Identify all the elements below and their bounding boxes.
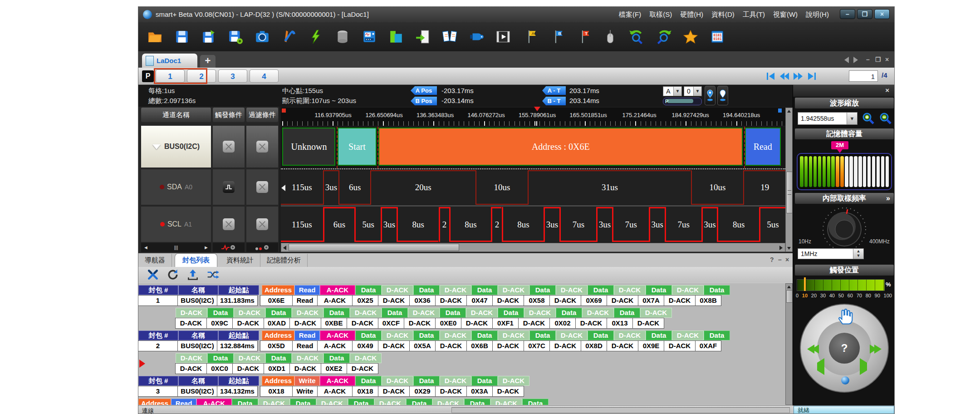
- exportup-button[interactable]: [186, 268, 199, 281]
- packet-cell[interactable]: 0X69: [581, 295, 607, 306]
- packet-cell[interactable]: D-ACK: [664, 295, 696, 306]
- collapse-arrow-icon[interactable]: [152, 144, 161, 149]
- video-button[interactable]: [495, 28, 512, 45]
- packet-row[interactable]: D-ACK0X9CD-ACK0XADD-ACK0XBED-ACK0XCFD-AC…: [176, 318, 664, 329]
- save-button[interactable]: [173, 28, 191, 45]
- packet-cell[interactable]: D-ACK: [492, 386, 524, 397]
- menu-item-3[interactable]: 資料(D): [708, 9, 738, 21]
- channel-sda[interactable]: SDA A0: [141, 169, 211, 205]
- packet-cell[interactable]: 0X7C: [524, 340, 550, 351]
- add-tab-button[interactable]: +: [200, 55, 216, 68]
- packet-cell[interactable]: D-ACK: [175, 318, 207, 329]
- panel-close-icon[interactable]: ×: [785, 256, 789, 263]
- spinner-icon[interactable]: ▲▼: [853, 249, 863, 259]
- packet-cell[interactable]: D-ACK: [404, 318, 436, 329]
- packet-cell[interactable]: 2: [138, 340, 178, 351]
- navigation-dial[interactable]: ?: [800, 304, 889, 393]
- packet-cell[interactable]: 1: [138, 295, 178, 306]
- packet-cell[interactable]: D-ACK: [435, 295, 467, 306]
- packet-cell[interactable]: D-ACK: [461, 318, 493, 329]
- menu-item-4[interactable]: 工具(T): [740, 9, 768, 21]
- layout-button[interactable]: [387, 28, 405, 45]
- packet-row[interactable]: 2BUS0(I2C)132.884ms0X5DReadA-ACK0X49D-AC…: [138, 340, 721, 351]
- tab-ladoc1[interactable]: LaDoc1: [142, 54, 197, 68]
- zoomback-button[interactable]: [628, 28, 646, 45]
- page-button-4[interactable]: 4: [250, 69, 279, 83]
- nav-back-button[interactable]: [817, 363, 824, 371]
- sample-rate-combo[interactable]: 1MHz ▲▼: [798, 248, 864, 259]
- bus0-trigger-cell[interactable]: [213, 126, 245, 168]
- tab-0[interactable]: 導航器: [138, 254, 172, 267]
- scroll-grip-icon[interactable]: |||: [174, 245, 178, 250]
- memory-gauge[interactable]: [797, 153, 892, 190]
- packet-cell[interactable]: 0XE2: [321, 363, 347, 374]
- menu-item-2[interactable]: 硬體(H): [677, 9, 706, 21]
- nav-left-button[interactable]: [807, 345, 819, 354]
- packet-row[interactable]: 3BUS0(I2C)134.132ms0X18WriteA-ACK0X18D-A…: [138, 386, 524, 397]
- marker-pin-b-button[interactable]: [717, 86, 728, 105]
- packet-cell[interactable]: 131.183ms: [217, 295, 258, 306]
- packet-cell[interactable]: D-ACK: [518, 318, 550, 329]
- packet-cell[interactable]: 0XBE: [321, 318, 347, 329]
- packet-cell[interactable]: 132.884ms: [217, 340, 258, 351]
- scroll-down-icon[interactable]: [787, 247, 791, 250]
- scroll-right-icon[interactable]: [779, 246, 783, 250]
- packet-row[interactable]: D-ACK0XC0D-ACK0XD1D-ACK0XE2D-ACK: [176, 363, 378, 374]
- inst-button[interactable]: [361, 28, 378, 45]
- packet-cell[interactable]: 0X6B: [466, 340, 493, 351]
- sda-waveform[interactable]: 115us3us6us20us10us31us10us19: [281, 170, 785, 205]
- doc-minimize-icon[interactable]: –: [866, 56, 870, 63]
- wave-v-scrollbar[interactable]: [785, 108, 793, 252]
- camera-button[interactable]: [254, 28, 271, 45]
- packet-cell[interactable]: D-ACK: [378, 340, 410, 351]
- sda-trigger-cell[interactable]: [213, 169, 245, 205]
- scl-waveform[interactable]: 115us6us5us3us8us28us28us3us7us3us7us3us…: [281, 207, 785, 242]
- packet-cell[interactable]: D-ACK: [175, 363, 207, 374]
- packet-cell[interactable]: D-ACK: [607, 295, 638, 306]
- menu-item-5[interactable]: 視窗(W): [770, 9, 801, 21]
- zoomfwd-button[interactable]: [655, 28, 672, 45]
- packet-cell[interactable]: 0X6E: [260, 295, 293, 306]
- trigger-marker-icon[interactable]: [534, 107, 540, 111]
- b-t-tag[interactable]: B - T: [542, 97, 566, 105]
- v-scroll-thumb[interactable]: [786, 172, 793, 213]
- packet-cell[interactable]: 0X58: [524, 295, 550, 306]
- packet-cell[interactable]: 0X02: [549, 318, 576, 329]
- channel-scl[interactable]: SCL A1: [141, 207, 211, 242]
- tools-button[interactable]: [280, 28, 298, 45]
- tab-3[interactable]: 記憶體分析: [260, 254, 308, 267]
- scroll-up-icon[interactable]: [787, 110, 791, 113]
- packet-cell[interactable]: 0X18: [260, 386, 293, 397]
- hand-cursor-icon[interactable]: [837, 307, 853, 325]
- channel-bus0[interactable]: BUS0(I2C): [141, 126, 211, 168]
- tab-2[interactable]: 資料統計: [220, 254, 260, 267]
- packet-cell[interactable]: D-ACK: [289, 318, 321, 329]
- scroll-left-icon[interactable]: [283, 246, 286, 250]
- table-v-scrollbar[interactable]: [785, 283, 793, 405]
- docs-button[interactable]: [441, 28, 458, 45]
- packet-cell[interactable]: 0X3A: [466, 386, 493, 397]
- packet-cell[interactable]: 0XCF: [378, 318, 404, 329]
- packet-cell[interactable]: 3: [138, 386, 178, 397]
- packet-cell[interactable]: BUS0(I2C): [177, 386, 217, 397]
- db-button[interactable]: [334, 28, 351, 45]
- packet-cell[interactable]: D-ACK: [664, 340, 696, 351]
- packet-cell[interactable]: D-ACK: [378, 295, 410, 306]
- chevron-down-icon[interactable]: ▼: [847, 113, 857, 124]
- marker-select[interactable]: A ▼: [663, 86, 682, 96]
- star-button[interactable]: [682, 28, 699, 45]
- packet-cell[interactable]: 0X9C: [206, 318, 233, 329]
- flaga-button[interactable]: A: [521, 28, 539, 45]
- packet-cell[interactable]: 0X36: [409, 295, 436, 306]
- packet-cell[interactable]: D-ACK: [232, 318, 264, 329]
- binary-button[interactable]: 01010101: [709, 28, 726, 45]
- expand-icon[interactable]: »: [886, 193, 890, 204]
- column-trigger-cond[interactable]: 觸發條件: [213, 108, 245, 122]
- trigger-pos-marker[interactable]: [804, 277, 806, 291]
- flagb-button[interactable]: B: [548, 28, 565, 45]
- packet-cell[interactable]: D-ACK: [632, 318, 664, 329]
- bus0-filter-cell[interactable]: [246, 126, 278, 168]
- packet-cell[interactable]: 0X5A: [409, 340, 436, 351]
- packet-cell[interactable]: 0XE0: [435, 318, 461, 329]
- zoom-out-button[interactable]: [878, 111, 893, 128]
